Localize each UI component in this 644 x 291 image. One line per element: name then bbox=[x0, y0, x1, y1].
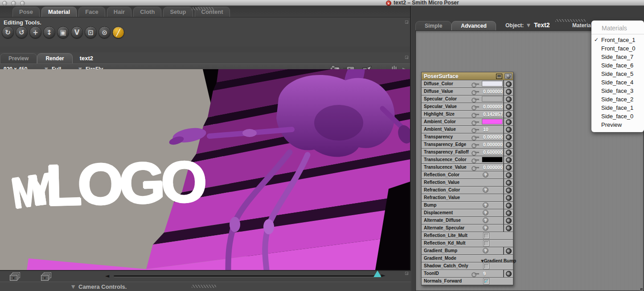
node-plug-icon[interactable] bbox=[506, 150, 512, 155]
node-row[interactable]: Alternate_Specular? bbox=[422, 224, 513, 232]
tab-simple[interactable]: Simple bbox=[415, 21, 451, 30]
room-tab-material[interactable]: Material bbox=[41, 7, 77, 17]
animation-key-icon[interactable] bbox=[472, 272, 479, 275]
render-history-slider-handle[interactable] bbox=[373, 270, 381, 277]
node-plug-icon[interactable] bbox=[506, 104, 512, 110]
help-icon[interactable]: ? bbox=[483, 210, 488, 216]
node-row[interactable]: Refraction_Color? bbox=[422, 187, 513, 194]
node-preview-sphere-icon[interactable] bbox=[505, 73, 512, 79]
help-icon[interactable]: ? bbox=[483, 187, 488, 193]
help-icon[interactable]: ? bbox=[483, 202, 488, 208]
node-row-value[interactable]: 0.000000 bbox=[483, 104, 503, 109]
color-picker-tool[interactable]: ╱ bbox=[112, 26, 124, 38]
node-row[interactable]: Alternate_Diffuse? bbox=[422, 217, 513, 224]
help-icon[interactable]: ? bbox=[483, 172, 488, 178]
node-plug-icon[interactable] bbox=[506, 218, 512, 224]
materials-menu-item[interactable]: Side_face_7 bbox=[591, 53, 644, 61]
materials-menu-item[interactable]: Preview bbox=[591, 121, 644, 129]
animation-key-icon[interactable] bbox=[472, 128, 479, 131]
node-plug-icon[interactable] bbox=[506, 180, 512, 186]
node-row-value[interactable]: 0.600000 bbox=[483, 150, 503, 155]
materials-menu-item[interactable]: Side_face_4 bbox=[591, 78, 644, 87]
node-plug-icon[interactable] bbox=[506, 203, 512, 208]
node-plug-icon[interactable] bbox=[506, 165, 512, 170]
node-row[interactable]: Highlight_Size0.142857 bbox=[422, 111, 513, 118]
node-row[interactable]: Displacement? bbox=[422, 209, 513, 216]
room-tab-face[interactable]: Face bbox=[78, 7, 105, 17]
panel-options-button-3[interactable] bbox=[405, 272, 408, 275]
room-tab-cloth[interactable]: Cloth bbox=[133, 7, 161, 17]
node-plug-icon[interactable] bbox=[506, 187, 512, 193]
slider-right-arrow-icon[interactable]: ► bbox=[381, 272, 386, 279]
animation-key-icon[interactable] bbox=[472, 113, 479, 116]
checkbox[interactable] bbox=[484, 241, 489, 246]
materials-menu-item[interactable]: ✓Front_face_1 bbox=[591, 36, 644, 44]
chain-break-tool[interactable]: ⊡ bbox=[85, 26, 97, 38]
room-tab-setup[interactable]: Setup bbox=[163, 7, 193, 17]
animation-key-icon[interactable] bbox=[472, 98, 479, 101]
node-row[interactable]: Transparency_Falloff0.600000 bbox=[422, 149, 513, 156]
render-viewport[interactable]: MY LOGO bbox=[0, 69, 410, 270]
node-row[interactable]: Transparency_Edge0.000000 bbox=[422, 141, 513, 148]
collapse-triangle-icon[interactable]: ▼ bbox=[71, 284, 75, 290]
materials-menu-item[interactable]: Front_face_0 bbox=[591, 44, 644, 53]
node-plug-icon[interactable] bbox=[506, 225, 512, 231]
node-row[interactable]: Refraction_Value bbox=[422, 194, 513, 201]
panel-options-button-2[interactable] bbox=[405, 56, 408, 59]
node-plug-icon[interactable] bbox=[506, 96, 512, 102]
materials-menu-item[interactable]: Side_face_0 bbox=[591, 112, 644, 121]
help-icon[interactable]: ? bbox=[483, 225, 488, 231]
node-row-value[interactable]: 10 bbox=[483, 127, 488, 132]
node-row[interactable]: ToonID9 bbox=[422, 270, 513, 277]
node-row[interactable]: Reflection_Kd_Mult bbox=[422, 240, 513, 247]
camera-controls-bar[interactable]: ▼ Camera Controls. bbox=[0, 282, 411, 291]
tab-advanced[interactable]: Advanced bbox=[451, 21, 496, 30]
window-close-button[interactable] bbox=[2, 1, 7, 6]
node-plug-icon[interactable] bbox=[506, 134, 512, 140]
node-plug-icon[interactable] bbox=[506, 248, 512, 254]
translate-in-out-tool[interactable]: ↕ bbox=[43, 26, 55, 38]
twist-tool[interactable]: ↺ bbox=[16, 26, 28, 38]
node-plug-icon[interactable] bbox=[506, 210, 512, 216]
node-row[interactable]: Specular_Color bbox=[422, 96, 513, 103]
node-row[interactable]: Specular_Value0.000000 bbox=[422, 103, 513, 110]
divider-drag-handle[interactable] bbox=[192, 285, 216, 288]
checkbox[interactable]: ✓ bbox=[484, 279, 489, 284]
animation-key-icon[interactable] bbox=[472, 136, 479, 139]
room-tab-hair[interactable]: Hair bbox=[107, 7, 131, 17]
materials-menu-item[interactable]: Side_face_2 bbox=[591, 95, 644, 104]
node-plug-icon[interactable] bbox=[506, 172, 512, 178]
animation-key-icon[interactable] bbox=[472, 121, 479, 124]
help-icon[interactable]: ? bbox=[483, 217, 488, 223]
node-plug-icon[interactable] bbox=[506, 142, 512, 148]
color-swatch[interactable] bbox=[482, 81, 503, 87]
node-row-dropdown[interactable]: ▼Gradient Bump bbox=[481, 256, 516, 266]
node-plug-icon[interactable] bbox=[506, 127, 512, 133]
node-row[interactable]: Transparency0.000000 bbox=[422, 133, 513, 141]
node-row-value[interactable]: 0.142857 bbox=[483, 112, 503, 117]
animation-key-icon[interactable] bbox=[472, 151, 479, 154]
view-magnifier-tool[interactable]: ⊙ bbox=[98, 26, 111, 38]
node-row-value[interactable]: 9 bbox=[483, 271, 486, 276]
node-row[interactable]: Normals_Forward✓ bbox=[422, 278, 513, 285]
animation-key-icon[interactable] bbox=[472, 158, 479, 162]
object-dropdown[interactable]: Text2 bbox=[534, 21, 550, 29]
translate-pull-tool[interactable]: + bbox=[29, 26, 41, 38]
node-row[interactable]: Reflection_Lite_Mult bbox=[422, 232, 513, 239]
node-row[interactable]: Bump? bbox=[422, 202, 513, 209]
node-plug-icon[interactable] bbox=[506, 89, 512, 95]
divider-drag-handle[interactable] bbox=[192, 7, 214, 10]
node-row[interactable]: Reflection_Value bbox=[422, 179, 513, 186]
tab-render[interactable]: Render bbox=[37, 53, 72, 63]
scale-tool[interactable]: ▣ bbox=[57, 26, 69, 38]
node-row[interactable]: Gradient_Mode▼Gradient Bump bbox=[422, 255, 513, 262]
materials-menu-item[interactable]: Side_face_3 bbox=[591, 87, 644, 95]
color-swatch[interactable] bbox=[482, 96, 503, 102]
animation-key-icon[interactable] bbox=[472, 143, 479, 146]
help-icon[interactable]: ? bbox=[483, 248, 488, 254]
node-row[interactable]: Gradient_Bump? bbox=[422, 247, 513, 254]
animation-key-icon[interactable] bbox=[472, 90, 479, 93]
color-swatch[interactable] bbox=[482, 157, 503, 162]
node-row[interactable]: Diffuse_Value0.000000 bbox=[422, 88, 513, 95]
tab-preview[interactable]: Preview bbox=[0, 53, 37, 63]
